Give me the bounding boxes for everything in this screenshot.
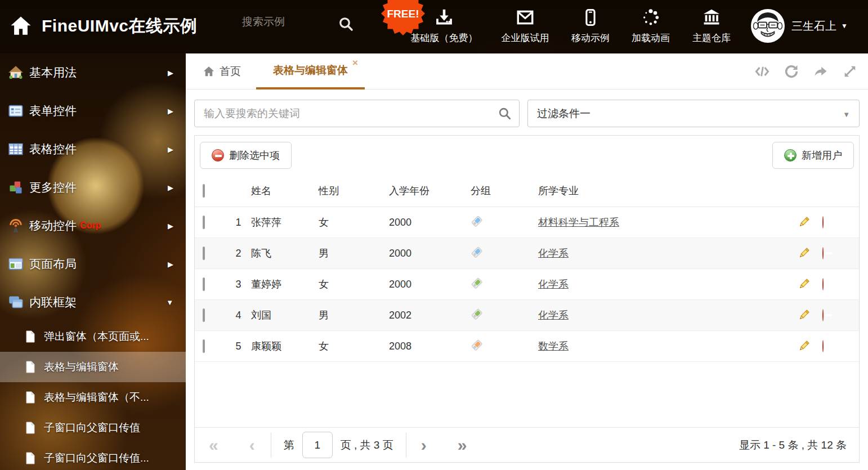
tab-grid-edit-window[interactable]: 表格与编辑窗体 ×	[256, 53, 365, 89]
nav-label: 企业版试用	[502, 33, 549, 43]
first-page-button[interactable]: «	[209, 437, 218, 454]
sidebar-item-label: 内联框架	[29, 294, 77, 310]
select-all-checkbox[interactable]	[203, 184, 205, 198]
tag-icon	[471, 277, 483, 289]
prev-page-button[interactable]: ‹	[249, 437, 255, 454]
add-user-button[interactable]: 新增用户	[772, 142, 854, 169]
edit-pencil-icon[interactable]	[797, 277, 811, 291]
row-number: 5	[226, 341, 251, 352]
last-page-button[interactable]: »	[458, 437, 467, 454]
arrow-right-icon: ▶	[168, 69, 173, 77]
cell-name: 康颖颖	[251, 339, 319, 353]
cell-gender: 男	[319, 247, 389, 260]
sidebar-item-form-controls[interactable]: 表单控件 ▶	[0, 92, 186, 130]
sidebar-item-label: 更多控件	[29, 180, 77, 195]
delete-row-icon[interactable]	[822, 340, 824, 352]
sidebar-item-basic-usage[interactable]: 基本用法 ▶	[0, 53, 186, 92]
delete-selected-button[interactable]: 删除选中项	[200, 142, 292, 169]
arrow-right-icon: ▶	[168, 107, 173, 115]
major-link[interactable]: 材料科学与工程系	[538, 217, 619, 228]
open-in-new-window-icon[interactable]	[813, 64, 829, 79]
major-link[interactable]: 数学系	[538, 341, 569, 352]
table-icon	[8, 141, 24, 157]
sidebar-subitem-popup-window[interactable]: 弹出窗体（本页面或...	[0, 321, 186, 352]
table-header: 姓名 性别 入学年份 分组 所学专业	[195, 175, 859, 207]
sidebar-subitem-child-to-parent-2[interactable]: 子窗口向父窗口传值...	[0, 443, 186, 470]
row-checkbox[interactable]	[203, 308, 205, 322]
row-checkbox[interactable]	[203, 247, 205, 260]
home-icon[interactable]	[9, 14, 33, 38]
sidebar-subitem-child-to-parent[interactable]: 子窗口向父窗口传值	[0, 413, 186, 443]
row-checkbox[interactable]	[203, 277, 205, 291]
sidebar-item-label: 页面布局	[29, 256, 77, 272]
minus-circle-icon	[212, 149, 224, 162]
delete-row-icon[interactable]	[822, 216, 824, 229]
edit-pencil-icon[interactable]	[797, 216, 811, 229]
sidebar-item-label: 移动控件	[29, 218, 77, 234]
edit-pencil-icon[interactable]	[797, 308, 811, 322]
sidebar-item-label: 基本用法	[29, 65, 77, 80]
column-header-name: 姓名	[251, 184, 319, 198]
corp-badge: Corp	[80, 221, 101, 231]
row-checkbox[interactable]	[203, 339, 205, 353]
cell-year: 2002	[389, 310, 471, 321]
sidebar-subitem-label: 子窗口向父窗口传值	[44, 420, 140, 435]
nav-loading-animations[interactable]: 加载动画	[627, 8, 674, 47]
cell-year: 2008	[389, 341, 471, 352]
nav-enterprise-trial[interactable]: 企业版试用	[497, 8, 553, 47]
keyword-search-box	[194, 100, 520, 127]
page-number-input[interactable]	[302, 432, 333, 458]
header-search-input[interactable]	[242, 16, 332, 28]
close-icon[interactable]: ×	[352, 58, 358, 68]
cell-name: 刘国	[251, 308, 319, 322]
cell-name: 张萍萍	[251, 216, 319, 229]
edit-pencil-icon[interactable]	[797, 339, 811, 353]
add-user-label: 新增用户	[802, 149, 842, 162]
cell-name: 陈飞	[251, 247, 319, 260]
major-link[interactable]: 化学系	[538, 248, 569, 259]
sidebar-subitem-grid-edit-window-2[interactable]: 表格与编辑窗体（不...	[0, 382, 186, 413]
record-summary: 显示 1 - 5 条 , 共 12 条	[739, 438, 847, 453]
chevron-down-icon: ▼	[841, 22, 848, 30]
delete-row-icon[interactable]	[822, 278, 824, 290]
nav-basic-free[interactable]: 基础版（免费）	[407, 8, 481, 47]
major-link[interactable]: 化学系	[538, 310, 569, 321]
major-link[interactable]: 化学系	[538, 279, 569, 290]
pagination-bar: « ‹ 第 页 , 共 3 页 › » 显示 1 - 5 条 , 共 12 条	[195, 427, 859, 462]
user-menu[interactable]: 三生石上 ▼	[751, 9, 848, 43]
delete-row-icon[interactable]	[822, 247, 824, 259]
edit-pencil-icon[interactable]	[797, 247, 811, 260]
table-row: 2 陈飞 男 2000 化学系	[195, 238, 859, 269]
sidebar-subitem-grid-edit-window[interactable]: 表格与编辑窗体	[0, 352, 186, 382]
nav-mobile-demo[interactable]: 移动示例	[567, 8, 614, 47]
row-checkbox[interactable]	[203, 216, 205, 229]
source-code-icon[interactable]	[754, 64, 770, 79]
sidebar-item-mobile-controls[interactable]: 移动控件 Corp ▶	[0, 207, 186, 245]
sidebar-item-page-layout[interactable]: 页面布局 ▶	[0, 245, 186, 283]
cell-gender: 女	[319, 277, 389, 291]
next-page-button[interactable]: ›	[421, 437, 427, 454]
sidebar-item-grid-controls[interactable]: 表格控件 ▶	[0, 130, 186, 168]
refresh-icon[interactable]	[784, 64, 799, 79]
filter-dropdown[interactable]: 过滤条件一 ▼	[527, 100, 860, 127]
sidebar-item-more-controls[interactable]: 更多控件 ▶	[0, 168, 186, 207]
sidebar-item-iframe[interactable]: 内联框架 ▼	[0, 283, 186, 321]
filter-row: 过滤条件一 ▼	[186, 89, 868, 135]
delete-selected-label: 删除选中项	[229, 149, 280, 162]
divider	[271, 433, 271, 458]
fineui-demo-page: FineUIMvc在线示例 FREE! 基础版（免费） 企业版试用 移动示例 加…	[0, 0, 868, 470]
fullscreen-icon[interactable]	[842, 64, 858, 79]
tab-home[interactable]: 首页	[203, 53, 241, 89]
nav-theme-repository[interactable]: 主题仓库	[688, 8, 735, 47]
cell-gender: 女	[319, 339, 389, 353]
header-search-icon[interactable]	[338, 16, 355, 33]
nav-label: 移动示例	[571, 33, 610, 43]
delete-row-icon[interactable]	[822, 309, 824, 321]
search-icon[interactable]	[498, 106, 512, 121]
app-header: FineUIMvc在线示例 FREE! 基础版（免费） 企业版试用 移动示例 加…	[0, 0, 868, 53]
cell-gender: 男	[319, 308, 389, 322]
keyword-search-input[interactable]	[195, 100, 519, 127]
table-row: 4 刘国 男 2002 化学系	[195, 300, 859, 331]
app-title: FineUIMvc在线示例	[42, 15, 198, 38]
page-icon	[24, 330, 37, 343]
